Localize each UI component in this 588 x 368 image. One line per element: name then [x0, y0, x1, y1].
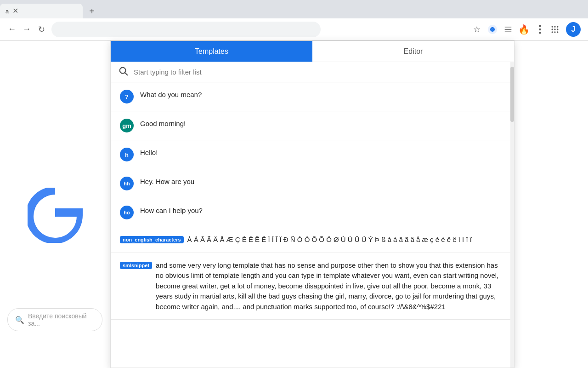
back-button[interactable]: ← — [7, 25, 17, 34]
template-badge: h — [120, 148, 134, 161]
google-logo — [28, 188, 83, 243]
template-text: À Á Â Ã Ä Å Æ Ç È É Ê Ë Ì Í Î Ï Ð Ñ Ò Ó … — [187, 235, 472, 245]
svg-point-11 — [552, 31, 553, 33]
svg-point-9 — [554, 29, 555, 30]
bookmark-icon[interactable]: ☆ — [472, 25, 481, 34]
tab-editor[interactable]: Editor — [312, 41, 514, 62]
list-item[interactable]: gm Good morning! — [111, 111, 514, 140]
search-bar — [111, 62, 514, 82]
svg-line-16 — [125, 73, 127, 75]
svg-point-10 — [557, 29, 558, 30]
tab-bar: а ✕ + — [0, 0, 588, 18]
google-area: 🔍 Введите поисковый за... — [0, 40, 110, 368]
svg-point-8 — [552, 29, 553, 30]
tab-templates[interactable]: Templates — [111, 41, 312, 62]
reload-button[interactable]: ↻ — [37, 25, 46, 34]
list-item[interactable]: ? What do you mean? — [111, 82, 514, 111]
list-item[interactable]: hh Hey. How are you — [111, 169, 514, 198]
template-list: ? What do you mean? gm Good morning! h H… — [111, 82, 514, 368]
address-bar-icons: ☆ ☺ 🔥 ⋮ J — [326, 22, 581, 37]
tab-title: а — [6, 8, 9, 15]
svg-rect-3 — [505, 29, 512, 30]
menu1-icon[interactable] — [503, 25, 513, 34]
scrollbar-thumb[interactable] — [510, 67, 514, 122]
list-item[interactable]: smlsnippet and some very very long templ… — [111, 253, 514, 320]
user-avatar[interactable]: J — [566, 22, 581, 37]
list-item[interactable]: non_english_characters À Á Â Ã Ä Å Æ Ç È… — [111, 227, 514, 253]
svg-text:☺: ☺ — [491, 28, 494, 31]
list-item[interactable]: ho How can I help you? — [111, 198, 514, 227]
template-text: Hello! — [140, 148, 158, 158]
template-badge: ? — [120, 90, 134, 104]
search-input[interactable] — [134, 68, 507, 76]
template-badge: hh — [120, 177, 134, 190]
scrollbar[interactable] — [510, 62, 514, 368]
template-badge: ho — [120, 206, 134, 219]
google-search-placeholder[interactable]: Введите поисковый за... — [28, 312, 95, 327]
page-content: 🔍 Введите поисковый за... Templates Edit… — [0, 40, 588, 368]
google-search-bar[interactable]: 🔍 Введите поисковый за... — [7, 308, 102, 331]
svg-rect-4 — [505, 31, 512, 32]
non-english-badge: non_english_characters — [120, 236, 184, 243]
svg-rect-2 — [505, 27, 512, 28]
tab-close-button[interactable]: ✕ — [12, 7, 18, 15]
popup-tabs: Templates Editor — [111, 41, 514, 62]
browser-tab[interactable]: а ✕ — [0, 4, 83, 18]
template-badge-rect: smlsnippet — [120, 261, 152, 269]
list-item[interactable]: h Hello! — [111, 140, 514, 169]
extension-icon[interactable]: ☺ — [488, 25, 497, 34]
forward-button[interactable]: → — [22, 25, 31, 34]
google-search-area: 🔍 Введите поисковый за... — [0, 308, 110, 331]
svg-point-13 — [557, 31, 558, 33]
more-menu-icon[interactable]: ⋮ — [535, 25, 544, 34]
svg-rect-14 — [55, 208, 82, 217]
template-badge: gm — [120, 119, 134, 132]
new-tab-button[interactable]: + — [85, 4, 99, 18]
template-text: Hey. How are you — [140, 177, 194, 187]
template-text: and some very very long template that ha… — [156, 260, 505, 312]
template-text: Good morning! — [140, 119, 186, 129]
apps-icon[interactable] — [550, 25, 560, 34]
smlsnippet-badge: smlsnippet — [120, 262, 152, 269]
svg-point-5 — [552, 26, 553, 27]
svg-point-7 — [557, 26, 558, 27]
fire-icon[interactable]: 🔥 — [519, 25, 528, 34]
svg-point-6 — [554, 26, 555, 27]
extension-popup: Templates Editor ? What do you mean? — [110, 40, 514, 368]
browser-chrome: а ✕ + ← → ↻ ☆ ☺ 🔥 ⋮ — [0, 0, 588, 40]
address-bar: ← → ↻ ☆ ☺ 🔥 ⋮ J — [0, 18, 588, 40]
template-text: How can I help you? — [140, 206, 203, 216]
google-search-icon: 🔍 — [15, 316, 24, 324]
template-text: What do you mean? — [140, 90, 202, 100]
template-badge-rect: non_english_characters — [120, 235, 184, 243]
search-icon — [118, 66, 128, 78]
svg-point-12 — [554, 31, 555, 33]
